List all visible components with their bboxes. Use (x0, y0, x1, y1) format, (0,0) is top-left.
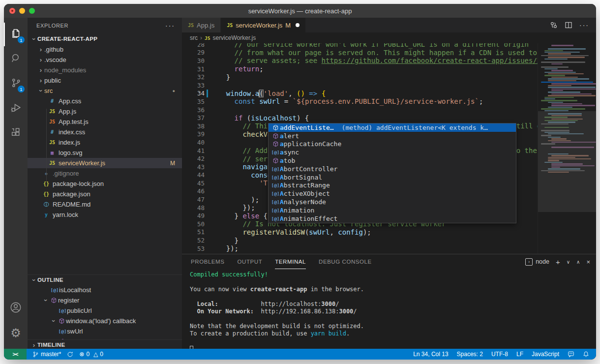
tree-item-app-test-js[interactable]: JSApp.test.js (28, 117, 182, 127)
code-line-29[interactable]: 29 // from what our page is served on. T… (182, 49, 538, 57)
suggest-item-addeventliste-[interactable]: addEventListe…(method) addEventListener<… (269, 123, 516, 132)
chevron-right-icon[interactable]: › (37, 56, 44, 63)
code-line-34[interactable]: 34 window.a('load', () => { (182, 90, 538, 98)
chevron-right-icon[interactable]: › (37, 77, 44, 84)
suggest-item-alert[interactable]: alert (269, 132, 516, 140)
timeline-header[interactable]: › TIMELINE (28, 339, 182, 349)
maximize-window-button[interactable] (29, 8, 35, 14)
panel-tab-debug-console[interactable]: DEBUG CONSOLE (319, 254, 372, 269)
chevron-down-icon[interactable]: › (37, 88, 45, 94)
tree-item-yarn-lock[interactable]: yyarn.lock (28, 210, 182, 220)
code-line-31[interactable]: 31 return; (182, 65, 538, 73)
code-line-53[interactable]: 53 }); (182, 244, 538, 253)
tree-item-app-css[interactable]: #App.css (28, 96, 182, 106)
unsaved-dot-icon[interactable] (296, 23, 300, 27)
suggest-item-animationeffect[interactable]: [@]AnimationEffect (269, 214, 516, 223)
encoding-status[interactable]: UTF-8 (491, 351, 508, 358)
code-line-37[interactable]: 37 if (isLocalhost) { (182, 114, 538, 122)
tab-app-js[interactable]: JS App.js (182, 18, 220, 32)
feedback-icon[interactable] (568, 351, 574, 358)
chevron-down-icon[interactable]: › (42, 297, 50, 304)
tree-item-public[interactable]: ›public (28, 75, 182, 86)
tree-item--vscode[interactable]: ›.vscode (28, 55, 182, 65)
minimize-window-button[interactable] (19, 8, 25, 14)
indentation-status[interactable]: Spaces: 2 (457, 351, 483, 358)
code-line-30[interactable]: 30 // serve assets; see https://github.c… (182, 57, 538, 65)
outline-item-publicurl[interactable]: [@]publicUrl (28, 305, 182, 316)
code-line-28[interactable]: 28 // our service worker won't work if P… (182, 43, 538, 49)
chevron-right-icon[interactable]: › (37, 46, 44, 53)
outline-header[interactable]: › OUTLINE (28, 274, 182, 285)
remote-indicator[interactable]: >< (4, 349, 27, 360)
new-terminal-icon[interactable]: + (556, 258, 560, 266)
code-line-36[interactable]: 36 (182, 106, 538, 114)
outline-item-swurl[interactable]: [@]swUrl (28, 326, 182, 336)
tree-item--gitignore[interactable]: ◈.gitignore (28, 168, 182, 179)
suggest-item-applicationcache[interactable]: applicationCache (269, 140, 516, 149)
terminal-dropdown-icon[interactable]: ∨ (567, 259, 570, 265)
sync-button[interactable] (67, 351, 73, 358)
accounts-button[interactable] (4, 297, 28, 320)
tree-item-package-lock-json[interactable]: {}package-lock.json (28, 179, 182, 189)
outline-item-window-a-load-callback[interactable]: ›window.a('load') callback (28, 316, 182, 326)
run-debug-activity-button[interactable] (4, 96, 28, 120)
suggest-item-abortsignal[interactable]: [@]AbortSignal (269, 173, 516, 182)
shell-selector[interactable]: node (536, 258, 549, 265)
suggest-item-analysernode[interactable]: [@]AnalyserNode (269, 198, 516, 206)
tree-item-package-json[interactable]: {}package.json (28, 189, 182, 199)
tab-serviceworker-js[interactable]: JS serviceWorker.js M (221, 18, 305, 32)
source-control-activity-button[interactable]: 1 (4, 72, 28, 95)
tree-item-serviceworker-js[interactable]: JSserviceWorker.jsM (28, 158, 182, 168)
code-line-52[interactable]: 52 } (182, 236, 538, 244)
tree-item-node-modules[interactable]: ›node_modules (28, 65, 182, 75)
tree-item-readme-md[interactable]: ⓘREADME.md (28, 199, 182, 210)
search-activity-button[interactable] (4, 47, 28, 71)
maximize-panel-icon[interactable]: ∧ (576, 259, 580, 265)
open-changes-icon[interactable] (550, 21, 558, 29)
code-editor[interactable]: 28 // our service worker won't work if P… (182, 43, 596, 254)
suggest-item-atob[interactable]: atob (269, 156, 516, 165)
tree-item--github[interactable]: ›.github (28, 44, 182, 55)
extensions-activity-button[interactable] (4, 121, 28, 145)
language-mode-status[interactable]: JavaScript (532, 351, 559, 358)
code-line-51[interactable]: 51 registerValidSW(swUrl, config); (182, 228, 538, 237)
explorer-more-actions-icon[interactable]: ··· (165, 22, 175, 30)
panel-tab-terminal[interactable]: TERMINAL (275, 254, 306, 269)
code-line-33[interactable]: 33 (182, 81, 538, 90)
breadcrumb-item-file[interactable]: serviceWorker.js (212, 34, 256, 41)
chevron-right-icon[interactable]: › (37, 66, 44, 74)
tree-item-app-js[interactable]: JSApp.js (28, 106, 182, 117)
settings-button[interactable]: ⚙ (4, 321, 28, 345)
notifications-bell-icon[interactable] (583, 351, 589, 358)
chevron-down-icon[interactable]: › (50, 318, 58, 325)
outline-item-register[interactable]: ›register (28, 295, 182, 305)
tree-item-logo-svg[interactable]: ▦logo.svg (28, 148, 182, 158)
code-line-32[interactable]: 32 } (182, 73, 538, 81)
minimap[interactable] (538, 43, 596, 254)
close-window-button[interactable] (9, 8, 15, 14)
tree-item-index-js[interactable]: JSindex.js (28, 137, 182, 148)
project-root-row[interactable]: › CREATE-REACT-APP (28, 33, 182, 44)
outline-item-islocalhost[interactable]: [@]isLocalhost (28, 285, 182, 295)
close-panel-icon[interactable]: × (586, 258, 590, 266)
tree-item-index-css[interactable]: #index.css (28, 127, 182, 137)
split-editor-icon[interactable] (565, 21, 572, 29)
suggest-item-abstractrange[interactable]: [@]AbstractRange (269, 182, 516, 190)
panel-tab-output[interactable]: OUTPUT (238, 254, 263, 269)
breadcrumb-item-src[interactable]: src (190, 34, 198, 41)
panel-tab-problems[interactable]: PROBLEMS (191, 254, 225, 269)
more-actions-icon[interactable]: ··· (579, 21, 589, 29)
explorer-activity-button[interactable]: 1 (4, 23, 28, 46)
cursor-position-status[interactable]: Ln 34, Col 13 (413, 351, 448, 358)
minimap-slider[interactable] (538, 111, 596, 212)
tree-item-src[interactable]: ›src● (28, 86, 182, 96)
suggest-item-async[interactable]: [@]async (269, 148, 516, 156)
suggest-item-animation[interactable]: [@]Animation (269, 206, 516, 214)
git-branch-status[interactable]: master* (32, 351, 61, 358)
eol-status[interactable]: LF (516, 351, 523, 358)
suggest-item-activexobject[interactable]: [@]ActiveXObject (269, 189, 516, 198)
terminal-output[interactable]: Compiled successfully!You can now view c… (182, 269, 596, 349)
suggest-item-abortcontroller[interactable]: [@]AbortController (269, 165, 516, 173)
problems-status[interactable]: ⊗ 0 △ 0 (79, 351, 103, 358)
code-line-35[interactable]: 35 const swUrl = `${process.env.PUBLIC_U… (182, 97, 538, 106)
